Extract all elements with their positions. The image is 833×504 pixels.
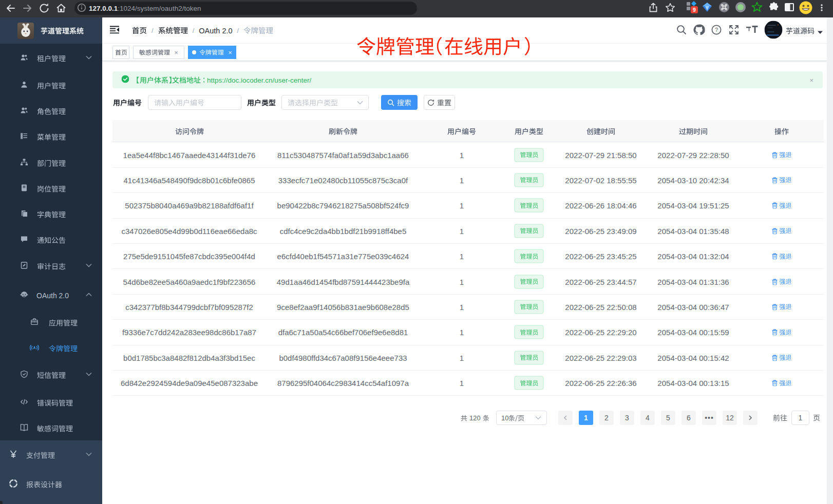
svg-text:?: ?: [715, 27, 718, 33]
svg-text:9: 9: [693, 7, 696, 13]
